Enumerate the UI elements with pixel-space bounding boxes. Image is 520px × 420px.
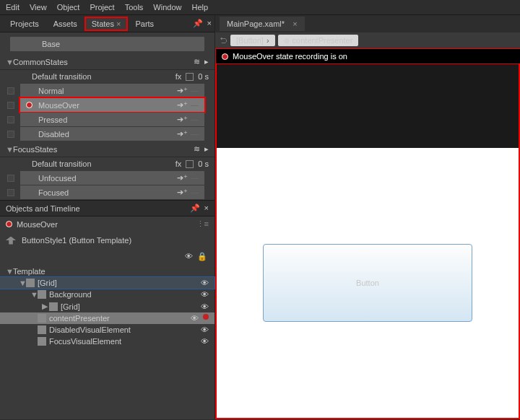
state-pressed[interactable]: Pressed➔⁺—	[20, 113, 204, 126]
state-selector[interactable]	[7, 189, 14, 196]
state-group-commonstates[interactable]: ▼CommonStates≋▸	[0, 54, 214, 70]
easing-icon[interactable]: fx	[176, 159, 182, 168]
lock-column-icon[interactable]: 🔒	[197, 252, 207, 261]
artboard[interactable]: Button	[215, 148, 520, 419]
document-tabs: MainPage.xaml* ×	[215, 15, 520, 32]
visibility-icon[interactable]: 👁	[191, 314, 199, 323]
artboard-dark	[215, 64, 520, 148]
element-icon	[38, 314, 46, 323]
easing-icon[interactable]: fx	[176, 72, 182, 81]
objects-timeline-title: Objects and Timeline	[6, 204, 80, 213]
visibility-icon[interactable]: 👁	[201, 290, 209, 299]
visibility-icon[interactable]: 👁	[201, 302, 209, 311]
tree-node[interactable]: ▼Background👁	[0, 289, 214, 300]
add-transition-icon[interactable]: ▸	[204, 57, 209, 66]
default-transition[interactable]: Default transitionfx0 s	[0, 70, 214, 83]
record-indicator-icon	[6, 221, 12, 227]
template-scope-row: ButtonStyle1 (Button Template)	[0, 232, 214, 249]
state-disabled[interactable]: Disabled➔⁺—	[20, 127, 204, 141]
button-preview-label: Button	[356, 279, 379, 287]
toggle-icon[interactable]	[186, 160, 194, 168]
state-mouseover[interactable]: MouseOver➔⁺—	[20, 98, 204, 112]
menu-edit[interactable]: Edit	[6, 3, 20, 12]
visibility-icon[interactable]: 👁	[201, 279, 209, 287]
menu-view[interactable]: View	[30, 3, 47, 12]
left-panel: ProjectsAssetsStates ×Parts 📌 × Base▼Com…	[0, 15, 215, 419]
twisty-icon[interactable]: ▼	[30, 290, 38, 299]
tree-root[interactable]: ▼ Template	[0, 266, 214, 277]
document-tab-label: MainPage.xaml*	[227, 19, 285, 28]
scope-up-icon[interactable]	[6, 237, 16, 245]
pin-icon[interactable]: 📌	[190, 204, 200, 213]
timeline-recording-row: MouseOver ⋮≡	[0, 216, 214, 232]
state-selector[interactable]	[7, 102, 14, 109]
state-selector[interactable]	[7, 175, 14, 182]
transition-icon[interactable]: ≋	[194, 144, 200, 154]
timeline-options-icon[interactable]: ⋮≡	[196, 219, 209, 229]
breadcrumb-item[interactable]: ◎contentPresenter	[278, 35, 359, 46]
twisty-icon[interactable]: ▶	[42, 302, 49, 311]
object-tree: ▼ Template ▼[Grid]👁▼Background👁▶[Grid]👁c…	[0, 263, 214, 350]
document-tab[interactable]: MainPage.xaml* ×	[220, 17, 305, 31]
menu-help[interactable]: Help	[191, 3, 208, 12]
state-selector[interactable]	[7, 87, 14, 95]
visibility-column-icon[interactable]: 👁	[185, 252, 193, 261]
element-icon	[38, 290, 46, 299]
pin-icon[interactable]: 📌	[193, 19, 203, 28]
add-transition-icon[interactable]: ➔⁺	[177, 86, 188, 95]
button-preview[interactable]: Button	[263, 244, 472, 322]
twisty-icon[interactable]: ▼	[19, 279, 26, 287]
state-focused[interactable]: Focused➔⁺—	[20, 185, 204, 199]
add-transition-icon[interactable]: ▸	[204, 144, 209, 154]
objects-timeline-header: Objects and Timeline 📌 ×	[0, 200, 214, 216]
menu-object[interactable]: Object	[57, 3, 80, 12]
recording-message: MouseOver state recording is on	[233, 52, 347, 61]
state-selector[interactable]	[7, 131, 14, 138]
tree-node[interactable]: DisabledVisualElement👁	[0, 324, 214, 336]
add-transition-icon[interactable]: ➔⁺	[177, 115, 188, 124]
transition-icon[interactable]: ≋	[194, 57, 200, 66]
tab-parts[interactable]: Parts	[128, 17, 161, 31]
state-selector[interactable]	[7, 116, 14, 123]
tab-projects[interactable]: Projects	[3, 17, 46, 31]
menu-bar: EditViewObjectProjectToolsWindowHelp	[0, 0, 520, 15]
state-normal[interactable]: Normal➔⁺—	[20, 84, 204, 97]
tree-node[interactable]: ▶[Grid]👁	[0, 300, 214, 312]
tab-assets[interactable]: Assets	[46, 17, 84, 31]
add-transition-icon[interactable]: ➔⁺	[177, 173, 188, 183]
breadcrumb-item[interactable]: [Button]›	[230, 35, 275, 46]
menu-window[interactable]: Window	[153, 3, 181, 12]
close-panel-icon[interactable]: ×	[204, 204, 209, 213]
state-group-focusstates[interactable]: ▼FocusStates≋▸	[0, 141, 214, 157]
add-transition-icon[interactable]: ➔⁺	[177, 129, 188, 139]
breadcrumb-back-icon[interactable]: ⮌	[220, 36, 228, 45]
design-surface-panel: MainPage.xaml* × ⮌ [Button]› ◎contentPre…	[215, 15, 520, 419]
menu-tools[interactable]: Tools	[125, 3, 144, 12]
visibility-icon[interactable]: 👁	[201, 325, 209, 334]
default-transition[interactable]: Default transitionfx0 s	[0, 157, 214, 170]
record-dot-icon	[26, 131, 32, 137]
tree-node[interactable]: ▼[Grid]👁	[0, 277, 214, 289]
record-dot-icon	[26, 189, 32, 196]
template-name: ButtonStyle1 (Button Template)	[22, 236, 131, 245]
close-panel-icon[interactable]: ×	[207, 19, 212, 28]
add-transition-icon[interactable]: ➔⁺	[177, 188, 188, 197]
close-tab-icon[interactable]: ×	[292, 19, 297, 28]
toggle-icon[interactable]	[186, 73, 194, 81]
recording-banner: MouseOver state recording is on	[215, 48, 520, 64]
tab-states[interactable]: States ×	[84, 17, 129, 31]
element-icon	[38, 325, 46, 334]
visibility-icon[interactable]: 👁	[201, 337, 209, 346]
record-indicator-icon	[222, 53, 228, 60]
add-transition-icon[interactable]: ➔⁺	[177, 100, 188, 110]
timeline-recording-state: MouseOver	[17, 220, 58, 229]
state-unfocused[interactable]: Unfocused➔⁺—	[20, 171, 204, 185]
record-dot-icon	[203, 314, 209, 320]
left-tabs: ProjectsAssetsStates ×Parts 📌 ×	[0, 15, 214, 32]
element-icon	[38, 337, 46, 346]
menu-project[interactable]: Project	[90, 3, 114, 12]
state-base[interactable]: Base	[10, 37, 204, 51]
tree-node[interactable]: FocusVisualElement👁	[0, 336, 214, 347]
element-icon	[26, 279, 35, 287]
tree-node[interactable]: contentPresenter👁	[0, 312, 214, 324]
